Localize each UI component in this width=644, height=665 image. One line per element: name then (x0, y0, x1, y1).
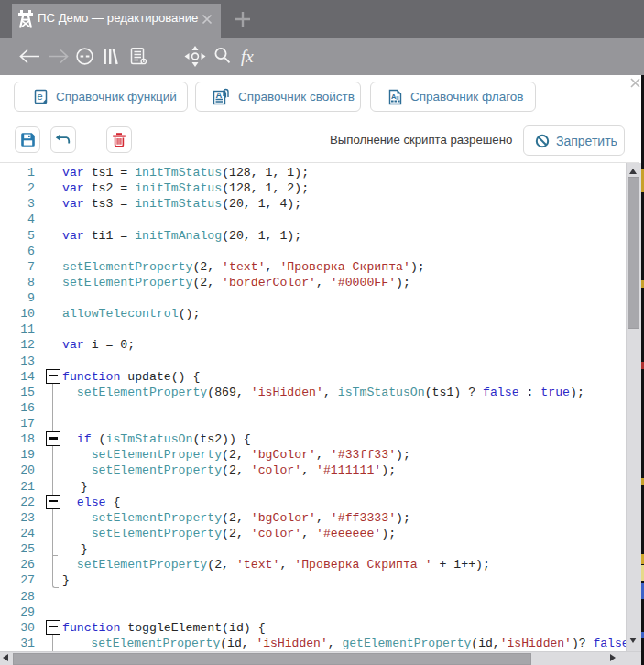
svg-text:e: e (38, 91, 43, 102)
svg-text:A: A (391, 92, 397, 100)
svg-text:fx: fx (241, 47, 254, 66)
svg-text:A: A (216, 90, 223, 100)
